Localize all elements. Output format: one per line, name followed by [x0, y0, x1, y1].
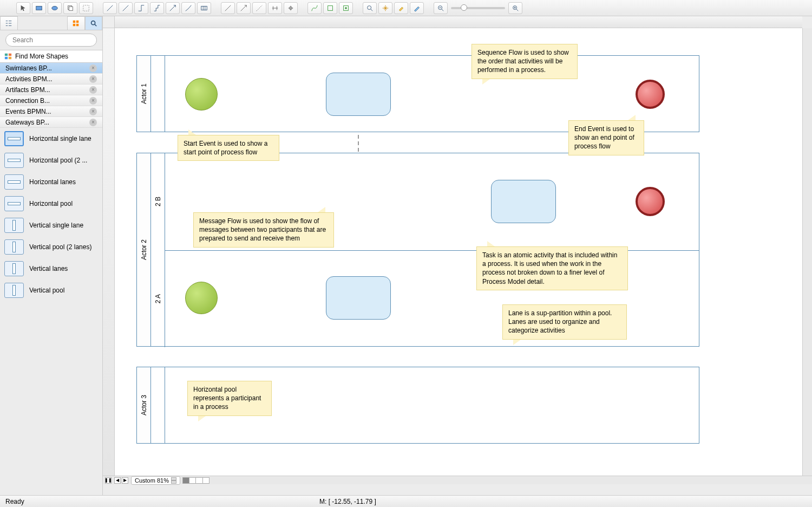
zoom-level-box[interactable]: Custom 81%: [131, 476, 180, 485]
shape-thumb: [4, 261, 24, 276]
tool-layer[interactable]: [63, 2, 77, 14]
shape-item-7[interactable]: Vertical pool: [0, 280, 102, 301]
diagram-canvas[interactable]: Actor 1Actor 22 B2 AActor 3 Start Event …: [115, 28, 802, 476]
tool-conn3[interactable]: [134, 2, 148, 14]
lib-item-2[interactable]: Artifacts BPM...×: [0, 84, 102, 95]
shape-item-2[interactable]: Horizontal lanes: [0, 171, 102, 193]
lane-border: [165, 56, 165, 132]
start-event-1[interactable]: [185, 282, 218, 314]
lib-item-3[interactable]: Connection B...×: [0, 95, 102, 106]
lib-label: Events BPMN...: [5, 108, 51, 115]
tool-arr3[interactable]: [252, 2, 266, 14]
tool-select[interactable]: [16, 2, 30, 14]
tool-conn4[interactable]: [150, 2, 164, 14]
lib-close-icon[interactable]: ×: [89, 86, 97, 94]
zoom-down[interactable]: [171, 480, 176, 484]
pause-icon[interactable]: ❚❚: [105, 477, 112, 484]
shape-item-0[interactable]: Horizontal single lane: [0, 128, 102, 150]
shape-item-3[interactable]: Horizontal pool: [0, 193, 102, 214]
bottom-bar: ❚❚ ◀ ▶ Custom 81%: [103, 476, 812, 484]
note-tail: [198, 416, 206, 421]
nav-prev[interactable]: ◀: [114, 477, 121, 484]
zoom-out-button[interactable]: [434, 2, 448, 14]
task-2[interactable]: [491, 180, 556, 223]
shape-item-6[interactable]: Vertical lanes: [0, 258, 102, 280]
zoom-label: Custom 81%: [135, 477, 169, 484]
lib-close-icon[interactable]: ×: [89, 119, 97, 126]
shape-item-5[interactable]: Vertical pool (2 lanes): [0, 236, 102, 258]
tool-conn5[interactable]: [166, 2, 180, 14]
lib-item-0[interactable]: Swimlanes BP...×: [0, 63, 102, 74]
annotation-note-2[interactable]: End Event is used to show an end point o…: [568, 120, 644, 155]
tool-conn6[interactable]: [181, 2, 195, 14]
pool-title: Actor 2: [137, 153, 151, 346]
panel-tab-search[interactable]: [85, 16, 103, 30]
tool-pen[interactable]: [410, 2, 424, 14]
panel-tab-tree[interactable]: [0, 16, 18, 30]
shape-item-1[interactable]: Horizontal pool (2 ...: [0, 150, 102, 171]
svg-rect-0: [36, 6, 42, 10]
search-input[interactable]: [12, 36, 94, 44]
tool-rect[interactable]: [32, 2, 46, 14]
tool-snap3[interactable]: [339, 2, 353, 14]
tool-ellipse[interactable]: [48, 2, 62, 14]
lib-label: Artifacts BPM...: [5, 86, 50, 94]
tool-zoom[interactable]: [363, 2, 377, 14]
hscroll-right[interactable]: [799, 477, 810, 484]
left-panel: Find More Shapes Swimlanes BP...×Activit…: [0, 16, 103, 495]
tool-snap1[interactable]: [307, 2, 322, 14]
canvas-area: Actor 1Actor 22 B2 AActor 3 Start Event …: [103, 16, 812, 495]
annotation-note-1[interactable]: Sequence Flow is used to show the order …: [472, 44, 578, 79]
ruler-horizontal[interactable]: [115, 16, 802, 28]
shape-item-4[interactable]: Vertical single lane: [0, 214, 102, 236]
tool-arr5[interactable]: [284, 2, 298, 14]
task-0[interactable]: [326, 73, 391, 116]
shape-thumb: [4, 218, 24, 233]
lib-close-icon[interactable]: ×: [89, 64, 97, 72]
end-event-1[interactable]: [636, 187, 665, 216]
status-ready: Ready: [5, 498, 24, 505]
zoom-handle[interactable]: [461, 4, 467, 11]
start-event-0[interactable]: [185, 78, 218, 110]
tool-arr4[interactable]: [268, 2, 282, 14]
annotation-note-6[interactable]: Horizontal pool represents a participant…: [187, 381, 272, 416]
lib-close-icon[interactable]: ×: [89, 97, 97, 105]
page-nav[interactable]: [182, 477, 209, 484]
panel-tab-grid[interactable]: [67, 16, 85, 30]
lib-item-5[interactable]: Gateways BP...×: [0, 117, 102, 128]
zoom-slider[interactable]: [451, 7, 505, 9]
note-tail: [188, 129, 196, 135]
tool-conn7[interactable]: [197, 2, 211, 14]
annotation-note-3[interactable]: Message Flow is used to show the flow of…: [193, 212, 334, 248]
lib-close-icon[interactable]: ×: [89, 75, 97, 83]
annotation-note-0[interactable]: Start Event is used to show a start poin…: [178, 135, 279, 161]
tool-highlight[interactable]: [394, 2, 408, 14]
tool-arr1[interactable]: [221, 2, 235, 14]
shapes-icon: [4, 53, 12, 60]
ruler-vertical[interactable]: [103, 28, 115, 476]
nav-next[interactable]: ▶: [122, 477, 128, 484]
tool-conn1[interactable]: [103, 2, 117, 14]
tool-snap2[interactable]: [323, 2, 337, 14]
lib-close-icon[interactable]: ×: [89, 108, 97, 115]
lib-item-4[interactable]: Events BPMN...×: [0, 106, 102, 117]
svg-point-1: [52, 6, 58, 10]
pool-title: Actor 3: [137, 367, 151, 443]
shape-thumb: [4, 196, 24, 211]
annotation-note-4[interactable]: Task is an atomic activity that is inclu…: [476, 246, 628, 290]
tool-arr2[interactable]: [237, 2, 251, 14]
tool-conn2[interactable]: [119, 2, 133, 14]
shape-thumb: [4, 153, 24, 168]
annotation-note-5[interactable]: Lane is a sup-partition within a pool. L…: [502, 304, 627, 340]
end-event-0[interactable]: [636, 80, 665, 109]
scrollbar-vertical[interactable]: [802, 28, 812, 476]
lib-item-1[interactable]: Activities BPM...×: [0, 74, 102, 84]
task-1[interactable]: [326, 276, 391, 320]
zoom-in-button[interactable]: [508, 2, 522, 14]
svg-rect-15: [73, 24, 75, 26]
find-more-shapes[interactable]: Find More Shapes: [0, 50, 102, 63]
svg-rect-13: [73, 21, 75, 23]
tool-pan[interactable]: [378, 2, 392, 14]
search-box[interactable]: [5, 34, 97, 47]
tool-group[interactable]: [79, 2, 93, 14]
